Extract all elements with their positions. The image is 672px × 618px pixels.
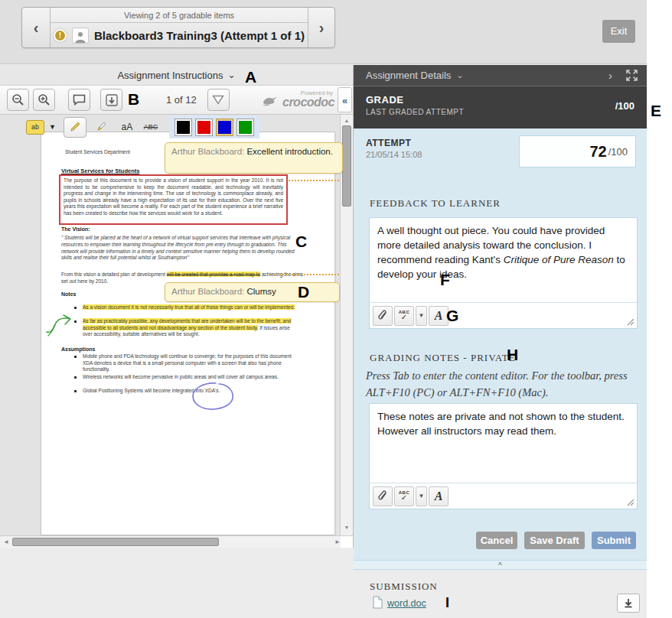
- feedback-editor: A well thought out piece. You could have…: [369, 217, 638, 329]
- score-value[interactable]: 72: [589, 143, 606, 161]
- submission-label: SUBMISSION: [370, 581, 438, 593]
- highlight-annotation[interactable]: As a vision document it is not necessari…: [83, 304, 295, 310]
- font-icon: A: [435, 490, 443, 503]
- previous-attempt-button[interactable]: ‹: [22, 8, 51, 47]
- spellcheck-caret-button[interactable]: ▼: [416, 486, 427, 506]
- callout-letter-h: H: [507, 346, 518, 364]
- callout-letter-g: G: [446, 307, 458, 325]
- spellcheck-button[interactable]: ABC✓: [394, 306, 414, 326]
- scroll-left-icon[interactable]: ◄: [3, 538, 9, 545]
- color-swatch-red[interactable]: [196, 119, 212, 135]
- attempt-nav-center: Viewing 2 of 5 gradable items ! Blackboa…: [51, 8, 308, 47]
- doc-assumptions-heading: Assumptions: [61, 346, 95, 352]
- attach-file-button[interactable]: [373, 486, 393, 506]
- next-attempt-button[interactable]: ›: [308, 8, 334, 47]
- color-swatch-blue[interactable]: [217, 119, 233, 135]
- vertical-scroll-thumb[interactable]: [342, 125, 351, 207]
- score-input[interactable]: 72 /100: [519, 135, 636, 168]
- grading-panel: Assignment Details ⌄ › GRADE LAST GRADED…: [354, 65, 647, 618]
- doc-intro-red-annotation[interactable]: The purpose of this document is to provi…: [59, 174, 288, 225]
- feedback-editor-toolbar: ABC✓ ▼ A: [370, 302, 637, 328]
- point-comment-tool[interactable]: ab: [26, 120, 44, 135]
- callout-letter-b: B: [128, 90, 139, 109]
- strikeout-annotation[interactable]: will be created that provides a road map…: [167, 272, 260, 277]
- doc-note-bullet-2: As far as practicably possible, any deve…: [73, 318, 300, 338]
- color-swatch-black[interactable]: [175, 119, 191, 135]
- pencil-tool[interactable]: [64, 117, 86, 138]
- page-jump-button[interactable]: [207, 89, 230, 111]
- grade-total: /100: [615, 100, 634, 112]
- font-icon: A: [435, 309, 443, 323]
- chevron-down-icon: ⌄: [456, 70, 463, 80]
- attempt-grading-body: ATTEMPT 21/05/14 15:08 72 /100 FEEDBACK …: [354, 128, 647, 560]
- feedback-to-learner-label: FEEDBACK TO LEARNER: [370, 197, 501, 210]
- scroll-up-icon[interactable]: ▲: [341, 118, 353, 123]
- doc-department-line: Student Services Department: [65, 149, 130, 156]
- strikeout-tool[interactable]: ABC: [139, 123, 163, 131]
- collapse-panel-button[interactable]: «: [338, 87, 352, 112]
- download-submission-button[interactable]: [617, 594, 640, 613]
- text-style-button[interactable]: A: [429, 486, 449, 506]
- crocodile-icon: [262, 95, 279, 107]
- paperclip-icon: [377, 310, 388, 321]
- submission-section: SUBMISSION word.doc: [354, 571, 647, 618]
- notes-editor-toolbar: ABC✓ ▼ A: [370, 483, 637, 509]
- attempt-label: ATTEMPT: [366, 138, 411, 148]
- grade-summary-section: GRADE LAST GRADED ATTEMPT /100: [354, 86, 647, 128]
- zoom-in-button[interactable]: [33, 89, 55, 111]
- spellcheck-button[interactable]: ABC✓: [394, 486, 414, 506]
- attach-file-button[interactable]: [373, 306, 393, 326]
- callout-letter-i: I: [445, 595, 449, 611]
- scroll-down-icon[interactable]: ▼: [341, 525, 353, 530]
- spellcheck-caret-button[interactable]: ▼: [416, 306, 427, 326]
- resize-handle-icon[interactable]: [627, 318, 634, 326]
- cancel-button[interactable]: Cancel: [476, 532, 517, 549]
- comment-text: Clumsy: [244, 287, 276, 296]
- comment-author: Arthur Blackboard:: [171, 147, 244, 156]
- feedback-book-title: Critique of Pure Reason: [504, 254, 614, 265]
- content-editor-hint: Press Tab to enter the content editor. F…: [366, 367, 641, 402]
- grading-notes-textarea[interactable]: These notes are private and not shown to…: [370, 404, 637, 444]
- highlighter-tool[interactable]: [90, 117, 113, 138]
- score-total: /100: [608, 146, 628, 158]
- viewer-horizontal-scrollbar[interactable]: ◄ ►: [0, 535, 353, 548]
- callout-letter-d: D: [298, 283, 309, 301]
- comment-mode-button[interactable]: [68, 89, 90, 111]
- page-indicator: 1 of 12: [166, 94, 197, 106]
- chevron-down-icon: ⌄: [227, 70, 235, 80]
- horizontal-scroll-thumb[interactable]: [12, 538, 219, 546]
- last-graded-attempt-label: LAST GRADED ATTEMPT: [366, 108, 464, 116]
- comment-bubble-1[interactable]: Arthur Blackboard: Excellent introductio…: [165, 142, 343, 174]
- panel-header-title[interactable]: Assignment Details: [366, 70, 451, 81]
- spellcheck-icon: ABC✓: [399, 310, 410, 321]
- download-document-button[interactable]: [100, 89, 122, 111]
- color-swatch-green[interactable]: [237, 119, 253, 135]
- download-icon: [624, 598, 633, 608]
- viewer-header[interactable]: Assignment Instructions ⌄: [0, 65, 353, 86]
- zoom-out-button[interactable]: [7, 89, 29, 111]
- feedback-textarea[interactable]: A well thought out piece. You could have…: [370, 218, 637, 288]
- color-swatch-bar: [169, 115, 259, 138]
- comment-tool-caret-icon[interactable]: ▼: [49, 123, 56, 131]
- bullet-marker: [74, 356, 77, 358]
- expand-fullscreen-icon[interactable]: [626, 70, 638, 81]
- submission-collapse-bar[interactable]: ^: [354, 560, 647, 570]
- submission-file-link[interactable]: word.doc: [387, 598, 426, 609]
- comment-bubble-2[interactable]: Arthur Blackboard: Clumsy: [165, 282, 340, 302]
- bullet-marker: [74, 376, 77, 379]
- submit-button[interactable]: Submit: [592, 532, 636, 549]
- highlighter-icon: [95, 121, 107, 133]
- blue-circle-drawing[interactable]: [190, 381, 237, 413]
- viewer-vertical-scrollbar[interactable]: ▲ ▼: [340, 115, 353, 535]
- top-bar: ‹ Viewing 2 of 5 gradable items ! Blackb…: [0, 0, 647, 64]
- scroll-right-icon[interactable]: ►: [334, 538, 341, 545]
- panel-forward-icon[interactable]: ›: [608, 69, 612, 82]
- doc-note-bullet-1: As a vision document it is not necessari…: [73, 304, 300, 311]
- resize-handle-icon[interactable]: [627, 499, 634, 506]
- text-annotation-tool[interactable]: aA: [116, 122, 139, 132]
- attempt-date: 21/05/14 15:08: [366, 150, 422, 159]
- save-draft-button[interactable]: Save Draft: [524, 532, 585, 549]
- callout-letter-a: A: [245, 68, 256, 86]
- exit-button[interactable]: Exit: [602, 20, 635, 43]
- green-arrow-drawing[interactable]: [44, 309, 75, 338]
